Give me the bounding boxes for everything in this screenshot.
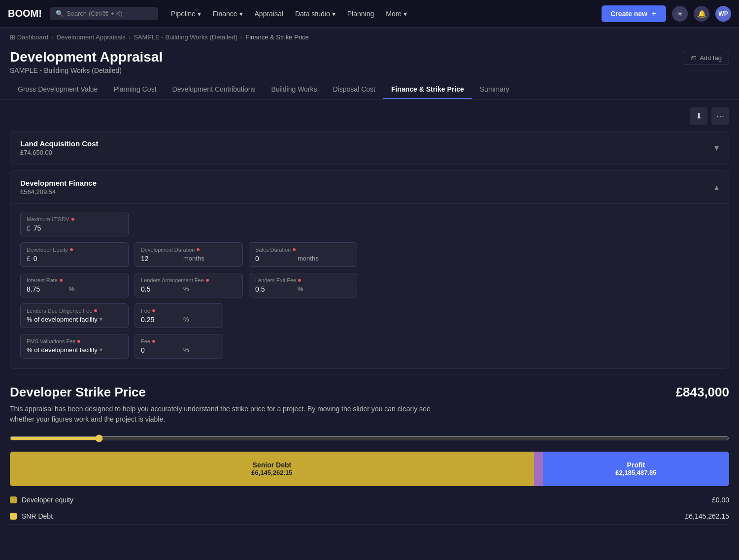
lenders-due-diligence-fee-input-row: %	[141, 316, 217, 324]
lenders-arrangement-fee-input[interactable]	[141, 285, 180, 293]
breadcrumb-sep-3: ›	[240, 33, 242, 41]
toolbar-row: ⬇ ⋯	[10, 107, 729, 125]
nav-data-studio[interactable]: Data studio ▾	[290, 7, 340, 21]
nav-right: Create new ＋ ☀ 🔔 WP	[602, 5, 731, 22]
lenders-arrangement-fee-label: Lenders Arrangement Fee	[141, 277, 236, 283]
interest-rate-label: Interest Rate	[27, 277, 122, 283]
theme-toggle[interactable]: ☀	[672, 6, 688, 22]
create-new-label: Create new	[610, 10, 647, 18]
nav-appraisal[interactable]: Appraisal	[250, 7, 288, 21]
tab-gross-development-value[interactable]: Gross Development Value	[10, 80, 105, 99]
development-finance-value: £564,209.54	[20, 188, 97, 196]
notifications-icon[interactable]: 🔔	[694, 6, 709, 22]
development-finance-title-group: Development Finance £564,209.54	[20, 179, 97, 196]
development-duration-input[interactable]	[141, 255, 180, 263]
more-options-icon[interactable]: ⋯	[711, 107, 729, 125]
land-acquisition-title: Land Acquisition Cost	[20, 139, 99, 148]
snr-debt-legend-label: SNR Debt	[22, 512, 53, 520]
finance-row-4: Lenders Due Diligence Fee % of developme…	[20, 303, 719, 328]
lenders-exit-fee-label: Lenders Exit Fee	[255, 277, 351, 283]
nav-more[interactable]: More ▾	[381, 7, 412, 21]
chevron-down-icon: ▾	[332, 10, 336, 18]
land-acquisition-value: £74,650.00	[20, 149, 99, 156]
development-finance-section: Development Finance £564,209.54 ▴ Maximu…	[10, 170, 729, 369]
lenders-due-diligence-fee-input[interactable]	[141, 316, 180, 324]
interest-rate-input-row: %	[27, 285, 122, 293]
developer-equity-input[interactable]	[34, 255, 73, 263]
breadcrumb-item-dashboard[interactable]: ⊞ Dashboard	[10, 33, 48, 41]
developer-equity-legend-label: Developer equity	[22, 496, 73, 504]
tab-building-works[interactable]: Building Works	[263, 80, 325, 99]
tabs: Gross Development Value Planning Cost De…	[0, 76, 739, 99]
tab-development-contributions[interactable]: Development Contributions	[165, 80, 264, 99]
senior-debt-bar: Senior Debt £6,145,262.15	[10, 452, 534, 486]
max-ltgdv-label: Maximum LTGDV	[27, 216, 122, 222]
finance-row-5: PMS Valuations Fee % of development faci…	[20, 334, 719, 359]
land-acquisition-section: Land Acquisition Cost £74,650.00 ▾	[10, 131, 729, 165]
tab-planning-cost[interactable]: Planning Cost	[105, 80, 164, 99]
breadcrumb-item-sample[interactable]: SAMPLE - Building Works (Detailed)	[134, 33, 237, 41]
pms-valuations-select[interactable]: % of development facility	[27, 346, 98, 354]
developer-equity-dot	[10, 496, 17, 503]
nav-data-studio-label: Data studio	[295, 10, 330, 18]
development-finance-header[interactable]: Development Finance £564,209.54 ▴	[10, 171, 729, 203]
lenders-exit-fee-input[interactable]	[255, 285, 295, 293]
developer-equity-field: Developer Equity £	[20, 242, 129, 267]
lenders-exit-fee-field: Lenders Exit Fee %	[249, 273, 357, 297]
nav-planning[interactable]: Planning	[342, 7, 379, 21]
breadcrumb: ⊞ Dashboard › Development Appraisals › S…	[0, 28, 739, 45]
strike-price-value: £843,000	[676, 385, 729, 400]
tab-disposal-cost[interactable]: Disposal Cost	[325, 80, 383, 99]
development-duration-field: Development Duration months	[134, 242, 243, 267]
required-indicator	[152, 340, 155, 343]
navbar: BOOM! 🔍 Search (Ctrl/⌘ + K) Pipeline ▾ F…	[0, 0, 739, 28]
create-new-button[interactable]: Create new ＋	[602, 5, 666, 22]
finance-row-3: Interest Rate % Lenders Arrangement Fee	[20, 273, 719, 297]
avatar[interactable]: WP	[715, 6, 731, 22]
chevron-down-icon: ▾	[403, 10, 407, 18]
nav-pipeline[interactable]: Pipeline ▾	[166, 7, 206, 21]
land-acquisition-header[interactable]: Land Acquisition Cost £74,650.00 ▾	[10, 132, 729, 164]
development-finance-body: Maximum LTGDV £ Developer Equity	[10, 203, 729, 368]
lenders-due-diligence-dropdown[interactable]: % of development facility ▾	[27, 316, 122, 323]
sales-duration-label: Sales Duration	[255, 247, 351, 253]
lenders-due-diligence-select[interactable]: % of development facility	[27, 316, 98, 323]
pms-valuations-dropdown-field: PMS Valuations Fee % of development faci…	[20, 334, 129, 359]
expand-icon: ▴	[714, 182, 719, 193]
chevron-down-icon: ▾	[198, 10, 201, 18]
tab-summary[interactable]: Summary	[472, 80, 517, 99]
legend-item-developer-equity: Developer equity £0.00	[10, 492, 729, 508]
add-tag-button[interactable]: 🏷 Add tag	[683, 51, 729, 65]
legend-item-snr-debt: SNR Debt £6,145,262.15	[10, 508, 729, 525]
interest-rate-input[interactable]	[27, 285, 66, 293]
profit-value: £2,185,487.85	[615, 469, 656, 476]
search-icon: 🔍	[56, 10, 64, 17]
max-ltgdv-input[interactable]	[34, 224, 73, 232]
strike-price-header: Developer Strike Price £843,000	[10, 385, 729, 400]
page-title: Development Appraisal	[10, 49, 163, 66]
breadcrumb-sep-2: ›	[129, 33, 131, 41]
pms-valuations-dropdown[interactable]: % of development facility ▾	[27, 346, 122, 354]
developer-equity-label: Developer Equity	[27, 247, 122, 253]
profit-label: Profit	[627, 461, 645, 469]
land-acquisition-title-group: Land Acquisition Cost £74,650.00	[20, 139, 99, 156]
max-ltgdv-field: Maximum LTGDV £	[20, 212, 129, 236]
pms-valuations-fee-field: Fee %	[134, 334, 223, 359]
pms-valuations-fee-input[interactable]	[141, 346, 180, 354]
nav-pipeline-label: Pipeline	[171, 10, 196, 18]
nav-finance[interactable]: Finance ▾	[208, 7, 248, 21]
download-icon[interactable]: ⬇	[690, 107, 707, 125]
tab-finance-strike-price[interactable]: Finance & Strike Price	[383, 80, 472, 99]
sales-duration-input[interactable]	[255, 255, 295, 263]
breadcrumb-item-appraisals[interactable]: Development Appraisals	[57, 33, 126, 41]
gap-bar	[534, 452, 543, 486]
lenders-due-diligence-fee-field: Fee %	[134, 303, 223, 328]
search-bar[interactable]: 🔍 Search (Ctrl/⌘ + K)	[50, 7, 158, 20]
development-duration-label: Development Duration	[141, 247, 236, 253]
lenders-exit-fee-input-row: %	[255, 285, 351, 293]
breadcrumb-item-finance: Finance & Strike Price	[245, 33, 309, 41]
required-indicator	[206, 279, 209, 282]
breadcrumb-sep-1: ›	[51, 33, 53, 41]
strike-price-slider[interactable]	[10, 434, 729, 442]
required-indicator	[152, 309, 155, 312]
